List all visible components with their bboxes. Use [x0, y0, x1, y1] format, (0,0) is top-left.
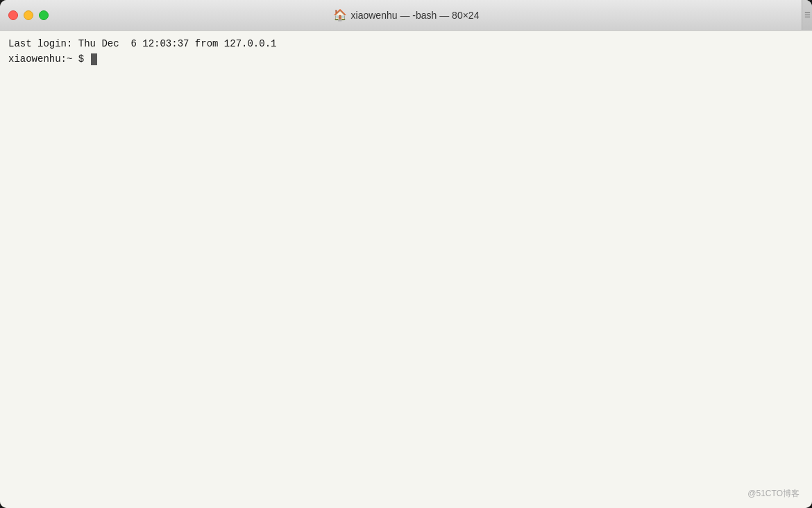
window-title: 🏠 xiaowenhu — -bash — 80×24: [333, 8, 480, 22]
home-icon: 🏠: [333, 8, 347, 22]
last-login-line: Last login: Thu Dec 6 12:03:37 from 127.…: [8, 36, 804, 51]
title-bar: 🏠 xiaowenhu — -bash — 80×24 ☰: [0, 0, 812, 31]
watermark: @51CTO博客: [747, 487, 800, 500]
maximize-button[interactable]: [39, 10, 49, 20]
traffic-lights: [8, 10, 49, 20]
prompt-line: xiaowenhu:~ $: [8, 51, 804, 67]
minimize-button[interactable]: [24, 10, 33, 20]
terminal-body[interactable]: Last login: Thu Dec 6 12:03:37 from 127.…: [0, 31, 812, 508]
scrollbar-icon: ☰: [804, 11, 811, 19]
terminal-window: 🏠 xiaowenhu — -bash — 80×24 ☰ Last login…: [0, 0, 812, 508]
title-label: xiaowenhu — -bash — 80×24: [351, 10, 480, 21]
close-button[interactable]: [8, 10, 18, 20]
cursor: [91, 53, 97, 65]
prompt-text: xiaowenhu:~ $: [8, 51, 90, 67]
scrollbar-toggle[interactable]: ☰: [802, 0, 812, 30]
